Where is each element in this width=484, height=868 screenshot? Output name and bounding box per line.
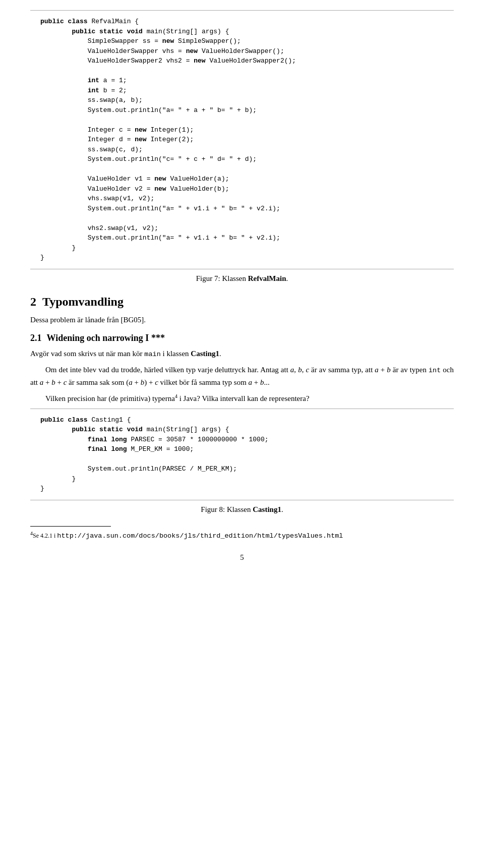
code-line: System.out.println(PARSEC / M_PER_KM);	[56, 465, 237, 473]
code-line: }	[40, 254, 44, 261]
footnote-divider	[30, 526, 111, 527]
code-line: System.out.println("a= " + v1.i + " b= "…	[56, 205, 280, 212]
code-line: ss.swap(c, d);	[56, 146, 143, 153]
page-number: 5	[30, 553, 454, 562]
code-line: int a = 1;	[56, 77, 127, 84]
code-block-refvalmain: public class RefvalMain { public static …	[30, 10, 454, 269]
code-line: vhs.swap(v1, v2);	[56, 195, 154, 202]
code-line: System.out.println("a= " + v1.i + " b= "…	[56, 234, 280, 242]
figure-8-caption-prefix: Figur 8: Klassen	[201, 505, 253, 513]
code-line: ValueHolder v2 = new ValueHolder(b);	[56, 185, 229, 193]
code-line: final long M_PER_KM = 1000;	[56, 445, 194, 453]
code-line: final long PARSEC = 30587 * 1000000000 *…	[56, 436, 268, 443]
figure-8-caption: Figur 8: Klassen Casting1.	[30, 505, 454, 514]
code-block-casting1: public class Casting1 { public static vo…	[30, 409, 454, 500]
code-line: ValueHolderSwapper vhs = new ValueHolder…	[56, 47, 284, 55]
code-line: public class Casting1 {	[40, 416, 131, 424]
subsection-number: 2.1	[30, 333, 42, 343]
code-line: Integer c = new Integer(1);	[56, 126, 194, 134]
footnote-4: 4Se 4.2.1 i http://java.sun.com/docs/boo…	[30, 530, 454, 541]
figure-8-caption-bold: Casting1	[253, 505, 281, 513]
section-intro: Dessa problem är lånade från [BG05].	[30, 314, 454, 326]
figure-7-caption: Figur 7: Klassen RefvalMain.	[30, 274, 454, 283]
code-line: public static void main(String[] args) {	[56, 28, 229, 35]
code-line: int b = 2;	[56, 87, 127, 94]
code-line: }	[56, 244, 76, 252]
code-line: public static void main(String[] args) {	[56, 426, 229, 433]
section-title: Typomvandling	[42, 295, 124, 309]
subsection-21-heading: 2.1 Widening och narrowing I ***	[30, 333, 454, 343]
code-line: }	[56, 475, 76, 483]
subsection-title: Widening och narrowing I ***	[47, 333, 165, 343]
figure-8-caption-end: .	[281, 505, 283, 513]
section-2-heading: 2 Typomvandling	[30, 295, 454, 309]
figure-caption-end: .	[286, 274, 288, 282]
code-line: Integer d = new Integer(2);	[56, 136, 194, 143]
code-line: }	[40, 485, 44, 492]
body-text-3: Vilken precision har (de primitiva) type…	[30, 392, 454, 404]
code-line: ValueHolder v1 = new ValueHolder(a);	[56, 175, 229, 183]
figure-caption-bold: RefvalMain	[248, 274, 286, 282]
code-line: vhs2.swap(v1, v2);	[56, 224, 158, 232]
body-text-1: Avgör vad som skrivs ut när man kör main…	[30, 348, 454, 360]
section-number: 2	[30, 295, 36, 309]
body-text-2: Om det inte blev vad du trodde, härled v…	[30, 364, 454, 388]
figure-caption-prefix: Figur 7: Klassen	[196, 274, 248, 282]
code-line: SimpleSwapper ss = new SimpleSwapper();	[56, 37, 241, 45]
code-line: public class RefvalMain {	[40, 18, 139, 25]
code-line: ValueHolderSwapper2 vhs2 = new ValueHold…	[56, 57, 296, 65]
code-line: System.out.println("c= " + c + " d= " + …	[56, 155, 257, 163]
footnote-number: 4	[30, 531, 33, 536]
code-line: System.out.println("a= " + a + " b= " + …	[56, 106, 257, 114]
code-line: ss.swap(a, b);	[56, 96, 143, 104]
